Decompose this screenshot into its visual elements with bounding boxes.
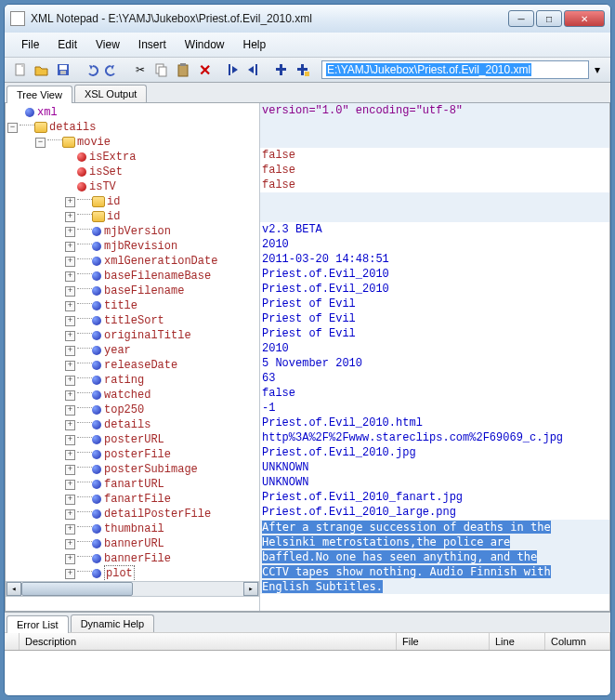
tree-scrollbar[interactable]: ◂ ▸ bbox=[6, 581, 259, 597]
val-details2[interactable]: Priest.of.Evil_2010.html bbox=[260, 416, 609, 430]
node-id2[interactable]: +id bbox=[6, 209, 259, 224]
expand-icon[interactable]: + bbox=[65, 509, 75, 520]
menu-insert[interactable]: Insert bbox=[131, 36, 174, 53]
val-watched[interactable]: false bbox=[260, 386, 609, 401]
insert-attribute-icon[interactable] bbox=[293, 59, 313, 80]
expand-icon[interactable]: + bbox=[65, 554, 75, 564]
tree-pane[interactable]: xml −details −movie isExtra isSet isTV +… bbox=[6, 103, 260, 611]
menu-help[interactable]: Help bbox=[236, 36, 274, 53]
collapse-icon[interactable]: − bbox=[35, 138, 46, 148]
node-titlesort[interactable]: +titleSort bbox=[6, 313, 259, 328]
nudge-right-icon[interactable] bbox=[243, 59, 264, 80]
expand-icon[interactable]: + bbox=[65, 197, 75, 207]
node-details[interactable]: −details bbox=[6, 120, 259, 135]
expand-icon[interactable]: + bbox=[65, 257, 75, 267]
node-bannerurl[interactable]: +bannerURL bbox=[6, 536, 259, 551]
val-xmlgendate[interactable]: 2011-03-20 14:48:51 bbox=[260, 252, 609, 267]
node-year[interactable]: +year bbox=[6, 343, 259, 358]
scroll-thumb[interactable] bbox=[21, 582, 133, 596]
val-basefilename[interactable]: Priest.of.Evil_2010 bbox=[260, 282, 609, 297]
node-top250[interactable]: +top250 bbox=[6, 403, 259, 417]
expand-icon[interactable]: + bbox=[65, 376, 75, 386]
node-fanartfile[interactable]: +fanartFile bbox=[6, 492, 259, 507]
col-icon[interactable] bbox=[5, 633, 20, 650]
collapse-icon[interactable]: − bbox=[7, 123, 18, 133]
val-originaltitle[interactable]: Priest of Evil bbox=[260, 326, 609, 341]
insert-element-icon[interactable] bbox=[271, 59, 292, 80]
col-description[interactable]: Description bbox=[20, 633, 397, 650]
expand-icon[interactable]: + bbox=[65, 212, 75, 222]
node-bannerfile[interactable]: +bannerFile bbox=[6, 551, 259, 566]
tab-xsl-output[interactable]: XSL Output bbox=[74, 85, 147, 102]
val-posterurl[interactable]: http%3A%2F%2Fwww.stareclips.com%2F69069_… bbox=[260, 430, 609, 445]
node-title[interactable]: +title bbox=[6, 298, 259, 313]
maximize-button[interactable]: □ bbox=[536, 10, 562, 27]
node-mjbrevision[interactable]: +mjbRevision bbox=[6, 239, 259, 254]
node-xmlgendate[interactable]: +xmlGenerationDate bbox=[6, 254, 259, 269]
menu-view[interactable]: View bbox=[88, 36, 127, 53]
col-file[interactable]: File bbox=[397, 633, 490, 650]
node-basefilename[interactable]: +baseFilename bbox=[6, 284, 259, 298]
expand-icon[interactable]: + bbox=[65, 361, 75, 371]
node-posterurl[interactable]: +posterURL bbox=[6, 432, 259, 447]
expand-icon[interactable]: + bbox=[65, 539, 75, 549]
expand-icon[interactable]: + bbox=[65, 331, 75, 341]
expand-icon[interactable]: + bbox=[65, 301, 75, 311]
val-fanarturl[interactable]: UNKNOWN bbox=[260, 475, 609, 490]
expand-icon[interactable]: + bbox=[65, 435, 75, 445]
node-detailposterfile[interactable]: +detailPosterFile bbox=[6, 507, 259, 522]
expand-icon[interactable]: + bbox=[65, 450, 75, 460]
tab-tree-view[interactable]: Tree View bbox=[7, 86, 72, 103]
val-movie-empty[interactable] bbox=[260, 133, 609, 148]
val-titlesort[interactable]: Priest of Evil bbox=[260, 311, 609, 326]
val-id1-empty[interactable] bbox=[260, 192, 609, 207]
minimize-button[interactable]: ─ bbox=[508, 10, 534, 27]
expand-icon[interactable]: + bbox=[65, 569, 75, 579]
val-mjbrevision[interactable]: 2010 bbox=[260, 237, 609, 252]
expand-icon[interactable]: + bbox=[65, 495, 75, 505]
val-fanartfile[interactable]: Priest.of.Evil_2010_fanart.jpg bbox=[260, 490, 609, 505]
expand-icon[interactable]: + bbox=[65, 420, 75, 430]
expand-icon[interactable]: + bbox=[65, 316, 75, 326]
expand-icon[interactable]: + bbox=[65, 480, 75, 490]
expand-icon[interactable]: + bbox=[65, 524, 75, 535]
scroll-right-icon[interactable]: ▸ bbox=[243, 582, 258, 596]
node-details2[interactable]: +details bbox=[6, 417, 259, 432]
node-mjbversion[interactable]: +mjbVersion bbox=[6, 224, 259, 239]
tab-error-list[interactable]: Error List bbox=[7, 615, 69, 633]
node-releasedate[interactable]: +releaseDate bbox=[6, 358, 259, 373]
val-id2-empty[interactable] bbox=[260, 207, 609, 222]
titlebar[interactable]: XML Notepad - E:\YAMJ\Jukebox\Priest.of.… bbox=[5, 5, 610, 33]
tab-dynamic-help[interactable]: Dynamic Help bbox=[71, 614, 154, 632]
address-input[interactable]: E:\YAMJ\Jukebox\Priest.of.Evil_2010.xml bbox=[321, 60, 589, 79]
paste-icon[interactable] bbox=[173, 59, 193, 80]
menu-window[interactable]: Window bbox=[177, 36, 232, 53]
val-rating[interactable]: 63 bbox=[260, 371, 609, 386]
node-id1[interactable]: +id bbox=[6, 194, 259, 209]
node-plot[interactable]: +plot bbox=[6, 566, 259, 581]
node-thumbnail[interactable]: +thumbnail bbox=[6, 522, 259, 536]
node-originaltitle[interactable]: +originalTitle bbox=[6, 328, 259, 343]
expand-icon[interactable]: + bbox=[65, 465, 75, 475]
node-basefilenamebase[interactable]: +baseFilenameBase bbox=[6, 269, 259, 284]
expand-icon[interactable]: + bbox=[65, 242, 75, 252]
menu-file[interactable]: File bbox=[14, 36, 46, 53]
col-column[interactable]: Column bbox=[545, 633, 610, 650]
val-xmldecl[interactable]: version="1.0" encoding="utf-8" bbox=[260, 103, 609, 118]
node-isset[interactable]: isSet bbox=[6, 165, 259, 179]
copy-icon[interactable] bbox=[151, 59, 172, 80]
close-button[interactable]: ✕ bbox=[564, 10, 605, 27]
val-basefilenamebase[interactable]: Priest.of.Evil_2010 bbox=[260, 267, 609, 282]
val-istv[interactable]: false bbox=[260, 178, 609, 192]
val-top250[interactable]: -1 bbox=[260, 401, 609, 416]
node-posterfile[interactable]: +posterFile bbox=[6, 447, 259, 462]
node-watched[interactable]: +watched bbox=[6, 388, 259, 403]
value-pane[interactable]: version="1.0" encoding="utf-8" false fal… bbox=[260, 103, 609, 611]
val-title[interactable]: Priest of Evil bbox=[260, 297, 609, 311]
scroll-left-icon[interactable]: ◂ bbox=[7, 582, 21, 596]
new-file-icon[interactable] bbox=[10, 59, 31, 80]
val-detailposterfile[interactable]: Priest.of.Evil_2010_large.png bbox=[260, 505, 609, 520]
val-isextra[interactable]: false bbox=[260, 148, 609, 163]
expand-icon[interactable]: + bbox=[65, 405, 75, 416]
nudge-left-icon[interactable] bbox=[222, 59, 242, 80]
